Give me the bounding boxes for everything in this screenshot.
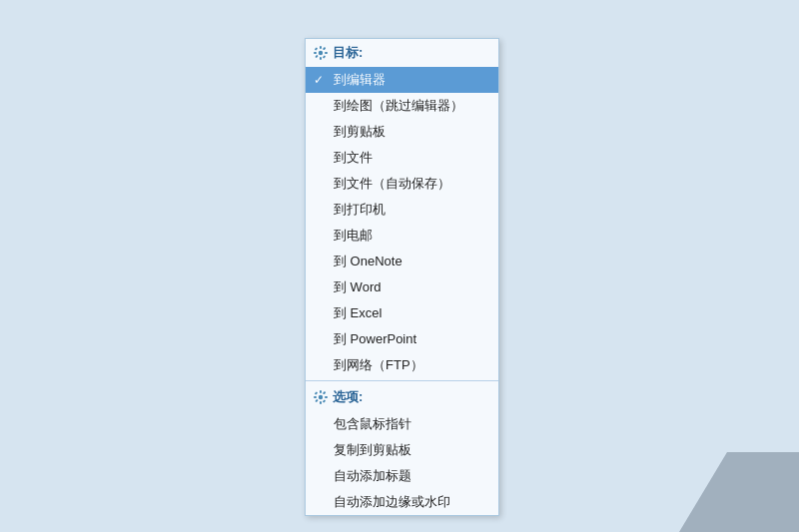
svg-rect-14 [323, 399, 327, 403]
svg-rect-9 [320, 390, 322, 393]
svg-rect-13 [315, 391, 319, 395]
menu-item-label: 到网络（FTP） [334, 356, 423, 374]
decorative-shape [679, 452, 799, 532]
menu-item-label: 到绘图（跳过编辑器） [334, 97, 463, 115]
menu-item-label: 到文件 [334, 149, 373, 167]
options-label: 选项: [333, 388, 363, 406]
menu-item-to-clipboard[interactable]: 到剪贴板 [306, 119, 498, 145]
svg-rect-2 [314, 52, 317, 54]
menu-item-to-file-auto[interactable]: 到文件（自动保存） [306, 171, 498, 197]
svg-rect-3 [325, 52, 328, 54]
svg-rect-15 [315, 399, 319, 403]
menu-item-to-paint[interactable]: 到绘图（跳过编辑器） [306, 93, 498, 119]
menu-item-to-onenote[interactable]: 到 OneNote [306, 249, 498, 274]
target-section-header: 目标: [306, 39, 498, 67]
target-label: 目标: [333, 44, 363, 62]
menu-item-to-file[interactable]: 到文件 [306, 145, 498, 171]
options-item-auto-border[interactable]: 自动添加边缘或水印 [306, 489, 498, 515]
menu-item-to-powerpoint[interactable]: 到 PowerPoint [306, 326, 498, 352]
options-item-label: 自动添加边缘或水印 [334, 493, 450, 511]
options-item-label: 复制到剪贴板 [334, 441, 411, 459]
svg-rect-11 [314, 396, 317, 398]
svg-point-8 [319, 51, 323, 55]
options-gear-icon [314, 390, 328, 404]
menu-item-label: 到电邮 [334, 227, 373, 245]
menu-item-to-printer[interactable]: 到打印机 [306, 197, 498, 223]
svg-rect-0 [320, 46, 322, 49]
options-items-list: 包含鼠标指针复制到剪贴板自动添加标题自动添加边缘或水印 [306, 411, 498, 515]
menu-item-to-excel[interactable]: 到 Excel [306, 300, 498, 326]
options-item-auto-title[interactable]: 自动添加标题 [306, 463, 498, 489]
menu-item-label: 到 Excel [334, 304, 382, 322]
menu-item-to-ftp[interactable]: 到网络（FTP） [306, 352, 498, 378]
svg-point-17 [319, 395, 323, 399]
menu-item-label: 到文件（自动保存） [334, 175, 450, 193]
menu-item-label: 到剪贴板 [334, 123, 386, 141]
menu-item-label: 到编辑器 [334, 71, 386, 89]
svg-rect-16 [323, 391, 327, 395]
context-menu: 目标: ✓到编辑器到绘图（跳过编辑器）到剪贴板到文件到文件（自动保存）到打印机到… [305, 38, 499, 516]
target-items-list: ✓到编辑器到绘图（跳过编辑器）到剪贴板到文件到文件（自动保存）到打印机到电邮到 … [306, 67, 498, 378]
check-mark-icon: ✓ [314, 73, 324, 87]
options-item-copy-clipboard[interactable]: 复制到剪贴板 [306, 437, 498, 463]
svg-rect-4 [315, 47, 319, 51]
target-gear-icon [314, 46, 328, 60]
menu-item-label: 到 OneNote [334, 253, 402, 270]
options-item-label: 自动添加标题 [334, 467, 411, 485]
svg-rect-10 [320, 401, 322, 404]
menu-item-label: 到 Word [334, 278, 381, 296]
section-divider [306, 380, 498, 381]
menu-item-to-word[interactable]: 到 Word [306, 274, 498, 300]
menu-item-label: 到 PowerPoint [334, 330, 416, 348]
svg-rect-12 [325, 396, 328, 398]
menu-item-to-email[interactable]: 到电邮 [306, 223, 498, 249]
menu-item-to-editor[interactable]: ✓到编辑器 [306, 67, 498, 93]
options-item-label: 包含鼠标指针 [334, 415, 411, 433]
options-item-include-cursor[interactable]: 包含鼠标指针 [306, 411, 498, 437]
options-section-header: 选项: [306, 383, 498, 411]
svg-rect-1 [320, 57, 322, 60]
menu-item-label: 到打印机 [334, 201, 386, 219]
